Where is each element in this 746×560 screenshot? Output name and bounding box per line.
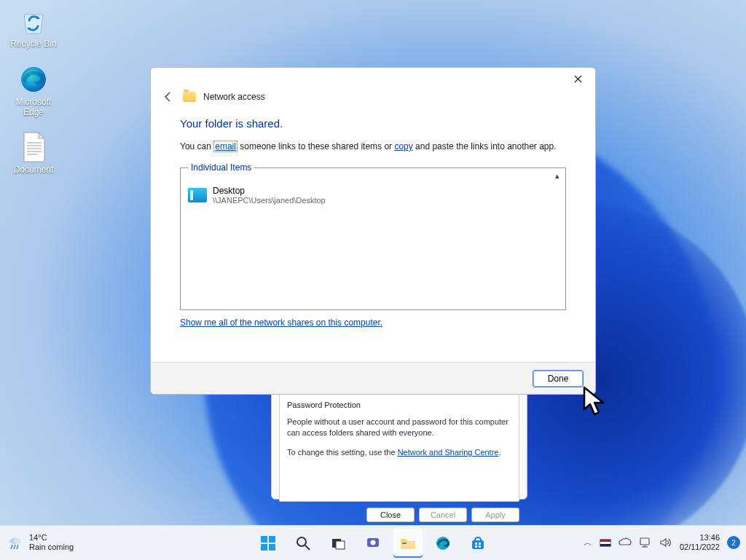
done-button[interactable]: Done — [533, 370, 584, 387]
svg-rect-24 — [472, 540, 484, 549]
folder-icon — [183, 92, 196, 102]
network-sharing-centre-link[interactable]: Network and Sharing Centre — [398, 448, 499, 457]
svg-rect-11 — [261, 536, 267, 543]
show-all-shares-link[interactable]: Show me all of the network shares on thi… — [180, 318, 382, 328]
svg-line-10 — [17, 545, 18, 549]
close-button[interactable]: Close — [366, 508, 415, 522]
dialog-body: Your folder is shared. You can email som… — [151, 110, 595, 362]
taskbar-clock[interactable]: 13:46 02/11/2022 — [680, 533, 720, 552]
weather-desc: Rain coming — [29, 543, 74, 552]
apply-button[interactable]: Apply — [471, 508, 519, 522]
taskbar-weather[interactable]: 14°C Rain coming — [7, 528, 74, 557]
dialog-titlebar — [151, 68, 595, 90]
shared-item-name: Desktop — [213, 186, 326, 196]
weather-temp: 14°C — [29, 533, 74, 543]
password-protection-group: Password Protection People without a use… — [279, 394, 519, 502]
svg-rect-13 — [261, 544, 267, 551]
desktop-icon-label: Recycle Bin — [10, 39, 56, 50]
desktop-icon-edge[interactable]: Microsoft Edge — [4, 63, 63, 118]
file-explorer-button[interactable] — [393, 529, 423, 558]
svg-rect-14 — [269, 544, 275, 551]
shared-item-row[interactable]: Desktop \\JANEPC\Users\janed\Desktop — [181, 168, 565, 205]
svg-point-7 — [14, 539, 21, 544]
network-access-dialog: Network access Your folder is shared. Yo… — [150, 67, 596, 395]
password-protection-text: People without a user account and passwo… — [287, 417, 511, 438]
properties-footer: Close Cancel Apply — [279, 508, 519, 522]
svg-rect-27 — [475, 545, 477, 548]
svg-rect-12 — [269, 536, 275, 543]
dialog-footer: Done — [151, 362, 595, 394]
desktop-icon-label: Document — [14, 165, 54, 176]
start-button[interactable] — [254, 529, 283, 558]
individual-items-group: Individual Items ▴ Desktop \\JANEPC\User… — [180, 167, 566, 310]
svg-line-9 — [14, 545, 15, 549]
clock-date: 02/11/2022 — [680, 543, 720, 552]
desktop-icon-recycle-bin[interactable]: Recycle Bin — [4, 4, 63, 50]
group-legend: Individual Items — [188, 162, 254, 173]
svg-rect-26 — [479, 543, 481, 545]
back-icon[interactable] — [161, 90, 176, 104]
chat-button[interactable] — [358, 529, 388, 558]
task-view-button[interactable] — [323, 529, 353, 558]
edge-icon — [17, 63, 50, 96]
password-protection-change-text: To change this setting, use the Network … — [287, 447, 511, 458]
system-tray: ︿ 13:46 02/11/2022 2 — [584, 525, 740, 560]
document-icon — [17, 130, 50, 164]
store-button[interactable] — [463, 529, 492, 558]
svg-rect-18 — [336, 541, 345, 549]
desktop-icons: Recycle Bin Microsoft Edge — [4, 4, 63, 189]
svg-line-8 — [11, 545, 12, 549]
desktop-icon-document[interactable]: Document — [4, 130, 63, 176]
volume-icon[interactable] — [659, 537, 672, 548]
svg-point-20 — [371, 540, 376, 545]
dialog-header: Network access — [151, 90, 595, 110]
svg-rect-28 — [479, 545, 481, 548]
edge-button[interactable] — [428, 529, 458, 558]
dialog-subtext: You can email someone links to these sha… — [180, 141, 566, 151]
svg-point-15 — [297, 537, 306, 546]
copy-link[interactable]: copy — [394, 141, 412, 151]
collapse-icon[interactable]: ▴ — [555, 171, 560, 181]
notification-badge[interactable]: 2 — [727, 536, 740, 549]
group-title: Password Protection — [287, 401, 511, 409]
weather-icon — [7, 535, 23, 551]
svg-rect-29 — [640, 538, 649, 545]
search-button[interactable] — [288, 529, 318, 558]
close-icon[interactable] — [565, 70, 591, 87]
taskbar: 14°C Rain coming — [0, 525, 746, 560]
dialog-heading: Your folder is shared. — [180, 117, 566, 130]
cancel-button[interactable]: Cancel — [419, 508, 467, 522]
desktop-folder-icon — [188, 188, 207, 202]
recycle-bin-icon — [17, 4, 50, 38]
taskbar-center — [254, 529, 492, 558]
network-icon[interactable] — [639, 537, 652, 548]
dialog-title: Network access — [203, 92, 265, 102]
desktop-icon-label: Microsoft Edge — [4, 98, 63, 118]
show-all-shares: Show me all of the network shares on thi… — [180, 318, 566, 328]
onedrive-icon[interactable] — [619, 537, 632, 548]
shared-item-path: \\JANEPC\Users\janed\Desktop — [213, 196, 326, 205]
email-link[interactable]: email — [213, 141, 237, 152]
tray-overflow-icon[interactable]: ︿ — [584, 537, 592, 549]
svg-rect-25 — [475, 543, 477, 545]
language-icon[interactable] — [600, 539, 611, 547]
svg-line-16 — [305, 545, 310, 550]
clock-time: 13:46 — [680, 533, 720, 543]
svg-rect-22 — [402, 543, 407, 544]
